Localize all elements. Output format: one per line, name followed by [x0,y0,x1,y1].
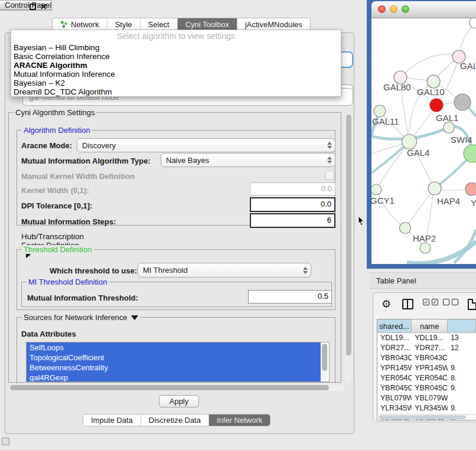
list-item[interactable]: TopologicalCoefficient [27,353,321,363]
algorithm-option[interactable]: Mutual Information Inference [11,70,341,79]
data-attributes-label: Data Attributes [21,330,76,338]
algorithm-dropdown-hint: Select algorithm to view settings [11,30,341,43]
network-node[interactable] [420,243,431,253]
mi-type-combo[interactable]: Naive Bayes [161,153,335,167]
aracne-mode-combo[interactable]: Discovery [77,138,335,152]
data-attributes-list[interactable]: SelfLoopsTopologicalCoefficientBetweenne… [26,342,330,382]
table-row[interactable]: YPR145WYPR145W9. [377,363,476,373]
network-edge[interactable] [407,242,476,263]
manual-kernel-label: Manual Kernel Width Definition [21,172,135,181]
table-cell: YBR045C [412,383,448,393]
mi-steps-field[interactable]: 6 [250,213,335,228]
table-row[interactable]: YLR345WYLR345W9. [377,403,476,413]
table-cell: YBR043C [412,353,448,363]
algorithm-option[interactable]: Dream8 DC_TDC Algorithm [11,87,341,96]
network-node-y[interactable] [465,182,476,195]
table-row[interactable]: YER054CYER054C8. [377,373,476,383]
table-row[interactable]: YBR045CYBR045C9. [377,383,476,393]
document-icon[interactable] [468,299,476,310]
algorithm-option[interactable]: Basic Correlation Inference [11,52,341,61]
threshold-definition-title: Threshold Definition [22,245,94,254]
network-node-gal4[interactable] [402,135,417,149]
network-node-gcy1[interactable] [371,184,382,195]
settings-horizontal-scrollbar[interactable] [9,384,344,391]
float-window-icon[interactable] [30,4,36,10]
column-header[interactable] [448,319,476,332]
node-label: GAL [460,61,476,71]
tab-select[interactable]: Select [141,18,178,30]
table-horizontal-scrollbar[interactable] [377,414,475,419]
table-row[interactable]: YBR043CYBR043C [377,353,476,363]
table-cell: 12 [448,343,476,353]
list-item[interactable]: SelfLoops [27,343,321,353]
tab-style[interactable]: Style [107,18,141,30]
tab-infer-network[interactable]: Infer Network [209,415,270,426]
column-header[interactable]: shared... [377,319,412,332]
table-panel-title: Table Panel [376,276,416,285]
which-threshold-label: Which threshold to use: [50,266,137,275]
algorithm-option[interactable]: Bayesian – Hill Climbing [11,43,341,52]
close-icon[interactable]: ✕ [40,2,47,11]
which-threshold-combo[interactable]: MI Threshold [138,263,311,278]
column-header[interactable]: name [412,319,448,332]
node-table[interactable]: shared...name YDL19...YDL19...13YDR27...… [377,319,476,420]
dpi-tolerance-label: DPI Tolerance [0,1]: [21,201,92,210]
table-cell: YPR145W [412,363,448,373]
table-row[interactable]: YDR27...YDR27...12 [377,343,476,353]
node-label: GCY1 [371,195,395,206]
tab-jactivemnodules[interactable]: jActiveMNodules [237,18,310,30]
close-traffic-light-icon[interactable] [378,5,386,13]
combo-arrows-icon [301,267,311,274]
mi-threshold-label: Mutual Information Threshold: [27,294,138,302]
tab-impute-data[interactable]: Impute Data [83,415,141,426]
settings-vertical-scrollbar[interactable] [345,112,353,383]
tab-network[interactable]: Network [53,18,107,30]
table-header-row: shared...name [377,319,476,333]
table-cell [448,353,476,363]
algorithm-option[interactable]: Bayesian – K2 [11,79,341,87]
table-cell: 9. [448,363,476,373]
select-all-columns-icon[interactable]: ✓✓ [423,299,438,305]
tab-cyni-toolbox[interactable]: Cyni Toolbox [178,18,237,30]
minimize-traffic-light-icon[interactable] [390,5,397,13]
network-node-hap4[interactable] [428,182,441,195]
mi-threshold-group-title: MI Threshold Definition [27,278,109,286]
manual-kernel-checkbox[interactable] [325,171,334,180]
network-edge[interactable] [405,189,434,228]
network-node-hap2[interactable] [400,223,411,234]
columns-icon[interactable] [402,299,413,309]
network-node[interactable] [470,18,476,28]
network-node-gal10[interactable] [427,75,440,88]
minimized-window-icon[interactable] [2,438,9,445]
table-row[interactable]: YDL19...YDL19...13 [377,333,476,343]
unchecked-box-icon [452,299,458,305]
mi-threshold-field[interactable]: 0.5 [248,290,332,304]
node-label: GAL4 [407,148,429,158]
combo-arrows-icon [325,142,335,149]
network-canvas[interactable]: GALGAL80GAL10GAL11GAL1SWI4GAL4GCY1HAP4YH… [371,18,476,264]
network-edge[interactable] [400,54,459,77]
tab-discretize-data[interactable]: Discretize Data [141,415,209,426]
network-node-gal11[interactable] [374,105,386,117]
zoom-traffic-light-icon[interactable] [402,5,409,13]
apply-button[interactable]: Apply [159,395,199,407]
table-cell: 9. [448,403,476,413]
deselect-all-columns-icon[interactable] [443,299,458,305]
network-node[interactable] [430,99,443,112]
control-panel-window: Control Panel ✕ NetworkStyleSelectCyni T… [0,0,52,11]
algorithm-dropdown-popup: Select algorithm to view settings Bayesi… [11,30,341,97]
collapse-arrow-icon [131,315,138,320]
settings-group-title: Cyni Algorithm Settings [14,108,96,117]
list-scrollbar[interactable] [321,344,328,380]
kernel-width-field[interactable]: 0.0 [250,182,335,195]
table-cell: YDR27... [377,343,412,353]
algorithm-option[interactable]: ARACNE Algorithm [11,61,341,70]
gear-icon[interactable]: ⚙ [382,299,391,309]
list-item[interactable]: gal4RGexp [27,373,321,382]
table-row[interactable]: YBL079WYBL079W [377,393,476,403]
mouse-cursor [358,216,366,227]
network-node[interactable] [454,94,471,110]
dpi-tolerance-field[interactable]: 0.0 [250,197,335,212]
network-node-swi4[interactable] [444,122,455,133]
list-item[interactable]: BetweennessCentrality [27,363,321,373]
